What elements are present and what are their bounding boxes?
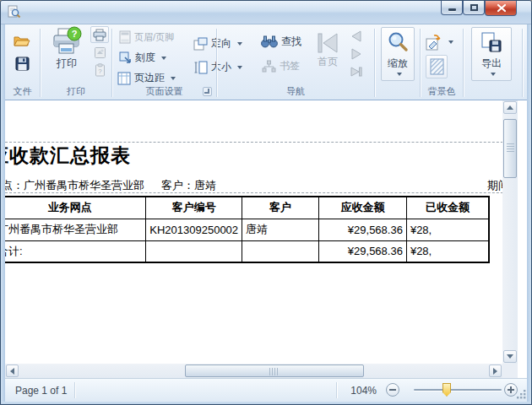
- zoom-level: 104%: [341, 385, 377, 397]
- group-label-file: 文件: [5, 85, 40, 98]
- print-preview-window: 文件 ? 打印: [0, 0, 532, 405]
- last-page-button[interactable]: [347, 63, 366, 80]
- zoom-in-button[interactable]: [504, 383, 518, 397]
- table-total-row: 合计: ¥29,568.36 ¥28,: [5, 240, 489, 262]
- save-button[interactable]: [13, 55, 31, 72]
- header-footer-button[interactable]: 页眉/页脚: [119, 30, 174, 44]
- window-border-bottom: [1, 402, 531, 405]
- scale-icon: [119, 51, 132, 64]
- cell-outlet: 广州番禺市桥华圣营业部: [5, 219, 146, 240]
- export-button-label: 导出: [481, 57, 502, 71]
- zoom-out-button[interactable]: [386, 383, 399, 397]
- print-button-label: 打印: [57, 57, 77, 71]
- scroll-right-button[interactable]: [489, 364, 502, 377]
- bookmarks-button[interactable]: 书签: [262, 59, 300, 73]
- col-header-customer: 客户: [242, 197, 319, 219]
- page-indicator: Page 1 of 1: [15, 385, 67, 397]
- col-header-customer-id: 客户编号: [146, 197, 242, 219]
- zoom-slider-track[interactable]: [414, 389, 502, 391]
- vertical-scrollbar[interactable]: [502, 100, 518, 364]
- group-separator: [522, 29, 523, 97]
- close-button[interactable]: [485, 1, 517, 16]
- find-button[interactable]: 查找: [261, 35, 301, 49]
- maximize-icon: [470, 4, 478, 11]
- save-icon: [15, 57, 30, 71]
- print-options-button[interactable]: [90, 44, 109, 61]
- group-print: ? 打印: [41, 24, 111, 100]
- find-label: 查找: [281, 35, 301, 49]
- cell-total-received: ¥28,: [406, 240, 489, 262]
- scale-label: 刻度: [135, 51, 155, 65]
- first-page-label: 首页: [318, 55, 338, 69]
- first-page-button[interactable]: 首页: [312, 31, 344, 69]
- cell-customer-id: KH201309250002: [146, 219, 242, 240]
- previous-page-icon: [350, 30, 363, 43]
- page-margin-guide: [5, 192, 502, 193]
- thumb-grip: [507, 143, 514, 154]
- horizontal-scroll-thumb[interactable]: [185, 364, 364, 377]
- table-row: 广州番禺市桥华圣营业部 KH201309250002 唐靖 ¥29,568.36…: [5, 219, 489, 240]
- print-dialog-button[interactable]: ?: [90, 62, 109, 78]
- arrow-down-icon: [507, 354, 513, 359]
- margins-button[interactable]: 页边距: [117, 71, 176, 85]
- statusbar-separator: [74, 382, 75, 398]
- minimize-button[interactable]: [441, 1, 463, 15]
- watermark-button[interactable]: [426, 55, 448, 78]
- svg-text:?: ?: [72, 29, 78, 39]
- maximize-button[interactable]: [463, 1, 485, 15]
- cell-total-label: 合计:: [5, 240, 146, 262]
- group-label-print: 打印: [41, 85, 111, 98]
- print-button[interactable]: ? 打印: [47, 26, 86, 71]
- horizontal-scrollbar[interactable]: [5, 364, 502, 378]
- table-header-row: 业务网点 客户编号 客户 应收金额 已收金额: [5, 197, 489, 219]
- margins-icon: [117, 72, 131, 85]
- arrow-left-icon: [10, 368, 14, 375]
- window-border-right: [527, 24, 531, 404]
- close-icon: [486, 1, 518, 16]
- titlebar[interactable]: [1, 1, 531, 24]
- header-footer-icon: [119, 30, 131, 44]
- previous-page-button[interactable]: [347, 28, 366, 45]
- chevron-down-icon: [448, 40, 453, 44]
- group-label-navigation: 导航: [217, 85, 374, 98]
- cell-received: ¥28,: [406, 219, 489, 240]
- group-label-page-setup: 页面设置: [112, 85, 216, 98]
- page-setup-dialog-launcher[interactable]: [203, 87, 212, 96]
- scroll-down-button[interactable]: [503, 350, 517, 363]
- scroll-left-button[interactable]: [6, 364, 19, 377]
- vertical-scroll-thumb[interactable]: [503, 119, 517, 178]
- export-icon: [480, 32, 502, 54]
- group-file: 文件: [5, 24, 40, 100]
- cell-customer: 唐靖: [242, 219, 319, 240]
- zoom-button[interactable]: 缩放: [381, 27, 415, 81]
- scale-button[interactable]: 刻度: [119, 51, 166, 65]
- group-zoom: 缩放: [375, 24, 420, 100]
- export-button[interactable]: 导出: [471, 27, 512, 81]
- report-filter-customer: 客户：唐靖: [161, 178, 216, 193]
- quick-print-button[interactable]: [90, 26, 109, 43]
- print-dialog-icon: ?: [95, 63, 106, 77]
- resize-grip-icon[interactable]: [517, 390, 526, 399]
- report-title: 应收款汇总报表: [5, 143, 131, 169]
- zoom-slider-thumb[interactable]: [442, 383, 451, 397]
- arrow-up-icon: [507, 105, 513, 110]
- scroll-up-button[interactable]: [503, 101, 517, 114]
- arrow-right-icon: [493, 368, 497, 375]
- group-label-background: 背景色: [421, 85, 463, 98]
- header-footer-label: 页眉/页脚: [134, 31, 174, 44]
- bookmarks-label: 书签: [280, 59, 300, 73]
- fill-color-button[interactable]: [424, 33, 453, 51]
- window-border-left: [1, 24, 5, 404]
- ribbon: 文件 ? 打印: [5, 24, 529, 100]
- status-bar: Page 1 of 1 104%: [5, 378, 529, 402]
- print-preview-icon: [8, 5, 21, 22]
- report-filter-outlet: 网点：广州番禺市桥华圣营业部: [5, 178, 144, 193]
- report-filter-period: 期间: [487, 178, 502, 193]
- next-page-button[interactable]: [347, 46, 366, 62]
- minimize-icon: [448, 8, 456, 11]
- print-options-icon: [94, 46, 106, 59]
- next-page-icon: [350, 47, 363, 61]
- svg-text:?: ?: [98, 68, 102, 75]
- zoom-button-label: 缩放: [388, 57, 408, 71]
- open-button[interactable]: [13, 32, 31, 49]
